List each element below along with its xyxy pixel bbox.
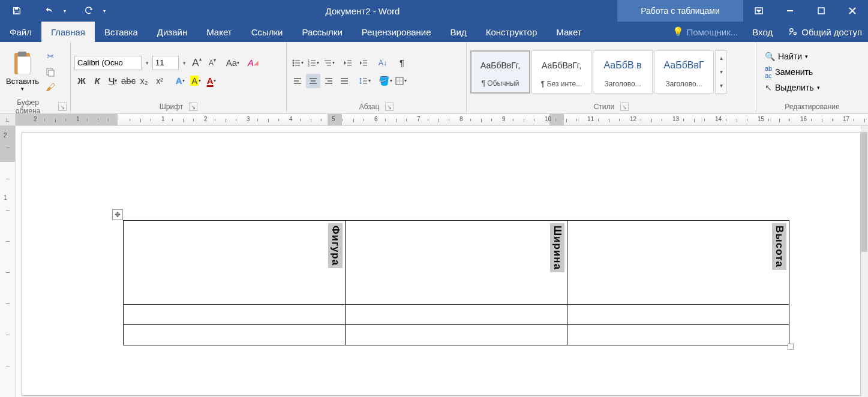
multilevel-list-button[interactable]: ▾ xyxy=(322,56,336,70)
format-painter-button[interactable]: 🖌 xyxy=(44,81,57,94)
change-case-button[interactable]: Aa▾ xyxy=(226,56,240,70)
highlight-button[interactable]: A▾ xyxy=(188,74,203,88)
style-item[interactable]: АаБбВвГг,¶ Обычный xyxy=(470,50,530,94)
tab-mailings[interactable]: Рассылки xyxy=(292,22,352,42)
italic-button[interactable]: К xyxy=(90,74,104,88)
cut-button[interactable]: ✂ xyxy=(44,50,57,63)
ruler-tick: 2 xyxy=(4,132,7,139)
style-preview: АаБбВ в xyxy=(593,51,652,80)
scrollbar-thumb[interactable] xyxy=(861,132,867,252)
font-name-combo[interactable]: Calibri (Осно xyxy=(74,56,142,70)
window-controls xyxy=(743,0,868,22)
ruler-corner: L xyxy=(0,114,16,125)
font-dialog-launcher[interactable]: ↘ xyxy=(189,103,197,111)
document-canvas[interactable]: ✥ ФигураШиринаВысота xyxy=(16,126,868,397)
shrink-font-button[interactable]: A▾ xyxy=(205,56,220,70)
styles-dialog-launcher[interactable]: ↘ xyxy=(620,103,629,111)
sort-button[interactable]: A↓ xyxy=(376,56,390,70)
redo-button[interactable] xyxy=(77,0,101,22)
tab-view[interactable]: Вид xyxy=(441,22,476,42)
copy-button[interactable] xyxy=(44,65,57,79)
tab-file[interactable]: Файл xyxy=(0,22,41,42)
tab-design[interactable]: Дизайн xyxy=(148,22,197,42)
tab-references[interactable]: Ссылки xyxy=(242,22,293,42)
shading-button[interactable]: 🪣▾ xyxy=(378,74,392,88)
table-resize-handle[interactable] xyxy=(788,344,794,350)
paste-button[interactable]: Вставить ▾ xyxy=(4,50,41,93)
tab-layout[interactable]: Макет xyxy=(197,22,241,42)
font-size-combo[interactable]: 11 xyxy=(152,56,179,70)
find-button[interactable]: 🔍 Найти ▾ xyxy=(762,51,822,62)
tell-me-label: Помощник... xyxy=(686,27,738,37)
style-item[interactable]: АаБбВвГЗаголово... xyxy=(654,50,714,94)
increase-indent-button[interactable] xyxy=(356,56,371,70)
svg-text:3: 3 xyxy=(308,64,310,67)
styles-gallery-more[interactable]: ▴▾▾ xyxy=(715,50,727,94)
table-cell[interactable] xyxy=(124,305,346,325)
bold-button[interactable]: Ж xyxy=(74,74,89,88)
svg-point-7 xyxy=(790,29,793,32)
underline-button[interactable]: Ч▾ xyxy=(106,74,120,88)
table-cell[interactable] xyxy=(346,325,567,345)
share-button[interactable]: Общий доступ xyxy=(782,27,868,37)
ribbon-display-options-button[interactable] xyxy=(743,0,774,22)
table-cell[interactable] xyxy=(124,325,346,345)
tab-home[interactable]: Главная xyxy=(41,22,95,42)
tab-table-layout[interactable]: Макет xyxy=(546,22,591,42)
tell-me-search[interactable]: 💡 Помощник... xyxy=(668,26,743,37)
superscript-button[interactable]: x² xyxy=(152,74,167,88)
show-marks-button[interactable]: ¶ xyxy=(395,56,409,70)
decrease-indent-button[interactable] xyxy=(341,56,355,70)
table-move-handle[interactable]: ✥ xyxy=(112,209,123,220)
clipboard-dialog-launcher[interactable]: ↘ xyxy=(58,103,67,111)
select-button[interactable]: ↖ Выделить ▾ xyxy=(762,82,822,93)
line-spacing-button[interactable]: ▾ xyxy=(358,74,372,88)
tab-insert[interactable]: Вставка xyxy=(95,22,148,42)
numbering-button[interactable]: 123▾ xyxy=(306,56,320,70)
signin-button[interactable]: Вход xyxy=(743,27,782,37)
align-right-button[interactable] xyxy=(322,74,336,88)
style-item[interactable]: АаБбВ вЗаголово... xyxy=(593,50,653,94)
subscript-button[interactable]: x₂ xyxy=(137,74,151,88)
close-button[interactable] xyxy=(837,0,868,22)
text-effects-button[interactable]: A▾ xyxy=(173,74,187,88)
table-header-cell[interactable]: Высота xyxy=(567,221,789,305)
grow-font-button[interactable]: A▴ xyxy=(190,56,204,70)
table-header-cell[interactable]: Ширина xyxy=(346,221,567,305)
paragraph-dialog-launcher[interactable]: ↘ xyxy=(385,103,394,111)
qat-customize-dropdown[interactable]: ▾ xyxy=(101,8,108,14)
undo-button[interactable] xyxy=(37,0,61,22)
document-table[interactable]: ФигураШиринаВысота xyxy=(123,220,789,345)
bullets-button[interactable]: ▾ xyxy=(290,56,305,70)
undo-dropdown[interactable]: ▾ xyxy=(61,8,68,14)
table-header-cell[interactable]: Фигура xyxy=(124,221,346,305)
horizontal-ruler[interactable]: L 211234567891011121314151617 xyxy=(0,114,868,126)
table-cell[interactable] xyxy=(346,305,567,325)
vertical-ruler[interactable]: 21 xyxy=(0,126,16,397)
group-styles: АаБбВвГг,¶ ОбычныйАаБбВвГг,¶ Без инте...… xyxy=(467,42,756,113)
vertical-scrollbar[interactable] xyxy=(861,126,868,397)
minimize-button[interactable] xyxy=(774,0,806,22)
style-item[interactable]: АаБбВвГг,¶ Без инте... xyxy=(531,50,591,94)
table-cell[interactable] xyxy=(567,325,789,345)
align-left-button[interactable] xyxy=(290,74,305,88)
tab-table-design[interactable]: Конструктор xyxy=(476,22,547,42)
maximize-button[interactable] xyxy=(806,0,837,22)
font-color-button[interactable]: A▾ xyxy=(204,74,218,88)
indent-icon xyxy=(359,58,368,68)
align-left-icon xyxy=(293,76,302,86)
borders-button[interactable]: ▾ xyxy=(394,74,408,88)
font-name-dropdown[interactable]: ▾ xyxy=(143,60,151,66)
clear-formatting-button[interactable]: A◢ xyxy=(246,56,260,70)
justify-button[interactable] xyxy=(337,74,352,88)
strikethrough-button[interactable]: abc xyxy=(121,74,136,88)
replace-button[interactable]: abac Заменить xyxy=(762,64,822,80)
font-size-dropdown[interactable]: ▾ xyxy=(180,60,188,66)
tab-review[interactable]: Рецензирование xyxy=(352,22,441,42)
group-clipboard: Вставить ▾ ✂ 🖌 Буфер обмена↘ xyxy=(0,42,71,113)
align-center-button[interactable] xyxy=(306,74,320,88)
table-cell[interactable] xyxy=(567,305,789,325)
svg-point-12 xyxy=(293,62,295,64)
save-button[interactable] xyxy=(5,0,29,22)
ruler-tick: 11 xyxy=(587,116,594,122)
